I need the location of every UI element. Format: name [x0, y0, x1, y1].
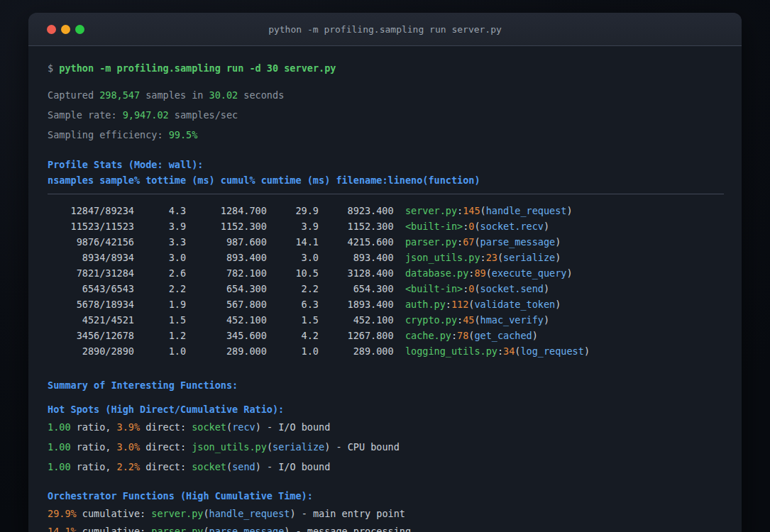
orchestrator-line: 29.9%cumulative:server.py(handle_request… — [48, 505, 724, 523]
cumul-pct-value: 4.2 — [267, 328, 319, 343]
hot-spot-note: - CPU bound — [336, 441, 399, 453]
table-row: 7821/312842.6782.10010.53128.400database… — [48, 265, 724, 281]
sample-pct-value: 2.6 — [134, 265, 186, 281]
punct: ( — [474, 283, 480, 294]
tottime-value: 1152.300 — [186, 218, 267, 234]
table-row: 9876/421563.3987.60014.14215.600parser.p… — [48, 234, 724, 250]
file-name: <built-in> — [405, 221, 463, 232]
function-location: crypto.py:45(hmac_verify) — [405, 312, 549, 328]
cumulative-pct: 14.1% — [48, 526, 77, 532]
cumulative-label: cumulative: — [82, 508, 145, 519]
tottime-value: 654.300 — [186, 281, 267, 297]
punct: ) — [290, 508, 295, 519]
line-number: 145 — [463, 205, 480, 216]
command-line: $python -m profiling.sampling run -d 30 … — [48, 60, 724, 76]
function-location: logging_utils.py:34(log_request) — [405, 343, 590, 359]
table-divider — [48, 194, 724, 194]
function-location: socket(recv) — [192, 421, 261, 433]
ratio-label: ratio, — [77, 441, 111, 453]
punct: ( — [474, 221, 480, 232]
cumtime-value: 893.400 — [319, 250, 394, 265]
file-name: json_utils.py — [405, 252, 480, 263]
function-location: parser.py:67(parse_message) — [405, 234, 561, 250]
close-button[interactable] — [47, 25, 56, 34]
nsamples-value: 3456/12678 — [48, 328, 134, 343]
file-name: socket — [192, 461, 226, 472]
nsamples-value: 5678/18934 — [48, 297, 134, 312]
window-title: python -m profiling.sampling run server.… — [28, 24, 742, 35]
table-row: 2890/28901.0289.0001.0289.000logging_uti… — [48, 343, 724, 359]
function-location: server.py:145(handle_request) — [405, 203, 573, 218]
minimize-button[interactable] — [61, 25, 70, 34]
punct: ) — [532, 330, 538, 341]
punct: : — [451, 330, 457, 341]
function-location: auth.py:112(validate_token) — [405, 297, 561, 312]
line-number: 23 — [486, 252, 497, 263]
file-name: crypto.py — [405, 314, 457, 326]
sample-pct-value: 3.3 — [134, 234, 186, 250]
file-name: server.py — [405, 205, 457, 216]
tottime-value: 452.100 — [186, 312, 267, 328]
function-location: <built-in>:0(socket.recv) — [405, 218, 549, 234]
ratio-value: 1.00 — [48, 461, 71, 472]
function-location: database.py:89(execute_query) — [405, 265, 573, 281]
punct: ) — [324, 441, 330, 453]
function-location: cache.py:78(get_cached) — [405, 328, 538, 343]
func-name: parse_message — [209, 526, 285, 532]
direct-pct: 2.2% — [117, 461, 141, 472]
orchestrator-list: 29.9%cumulative:server.py(handle_request… — [48, 505, 724, 532]
nsamples-value: 8934/8934 — [48, 250, 134, 265]
punct: ( — [474, 314, 480, 326]
punct: ) — [567, 267, 573, 279]
ratio-value: 1.00 — [48, 441, 71, 453]
cumtime-value: 289.000 — [319, 343, 394, 359]
efficiency-label: Sampling efficiency: — [48, 129, 163, 140]
punct: ) — [555, 252, 561, 263]
direct-label: direct: — [145, 421, 186, 433]
func-name: parse_message — [480, 236, 556, 248]
punct: : — [497, 345, 503, 357]
function-location: <built-in>:0(socket.send) — [405, 281, 549, 297]
hot-spot-note: - I/O bound — [267, 461, 330, 472]
duration-value: 30.02 — [209, 89, 238, 101]
cumul-pct-value: 2.2 — [267, 281, 319, 297]
sample-rate-value: 9,947.02 — [123, 109, 169, 121]
punct: ) — [567, 205, 573, 216]
line-number: 67 — [463, 236, 474, 248]
nsamples-value: 12847/89234 — [48, 203, 134, 218]
cumtime-value: 3128.400 — [319, 265, 394, 281]
function-location: socket(send) — [192, 461, 261, 472]
function-location: server.py(handle_request) — [151, 508, 295, 519]
hot-spot-line: 1.00ratio,3.9%direct:socket(recv)- I/O b… — [48, 417, 724, 437]
sample-pct-value: 1.0 — [134, 343, 186, 359]
file-name: <built-in> — [405, 283, 463, 294]
func-name: get_cached — [474, 330, 532, 341]
hot-spot-line: 1.00ratio,3.0%direct:json_utils.py(seria… — [48, 437, 724, 457]
ratio-value: 1.00 — [48, 421, 71, 433]
file-name: json_utils.py — [192, 441, 267, 453]
punct: ( — [203, 508, 209, 519]
punct: : — [457, 314, 463, 326]
hot-spot-line: 1.00ratio,2.2%direct:socket(send)- I/O b… — [48, 457, 724, 477]
func-name: serialize — [273, 441, 324, 453]
orchestrator-line: 14.1%cumulative:parser.py(parse_message)… — [48, 523, 724, 532]
traffic-lights — [47, 25, 84, 34]
punct: ( — [226, 421, 232, 433]
punct: ( — [203, 526, 209, 532]
punct: ) — [284, 526, 290, 532]
nsamples-value: 6543/6543 — [48, 281, 134, 297]
tottime-value: 567.800 — [186, 297, 267, 312]
func-name: handle_request — [209, 508, 290, 519]
sample-pct-value: 3.0 — [134, 250, 186, 265]
nsamples-value: 9876/42156 — [48, 234, 134, 250]
terminal-output[interactable]: $python -m profiling.sampling run -d 30 … — [28, 46, 742, 532]
maximize-button[interactable] — [75, 25, 84, 34]
func-name: handle_request — [486, 205, 567, 216]
nsamples-value: 2890/2890 — [48, 343, 134, 359]
func-name: recv — [232, 421, 255, 433]
punct: : — [480, 252, 486, 263]
ratio-label: ratio, — [77, 461, 111, 472]
tottime-value: 1284.700 — [186, 203, 267, 218]
title-bar[interactable]: python -m profiling.sampling run server.… — [28, 13, 742, 46]
table-row: 11523/115233.91152.3003.91152.300<built-… — [48, 218, 724, 234]
